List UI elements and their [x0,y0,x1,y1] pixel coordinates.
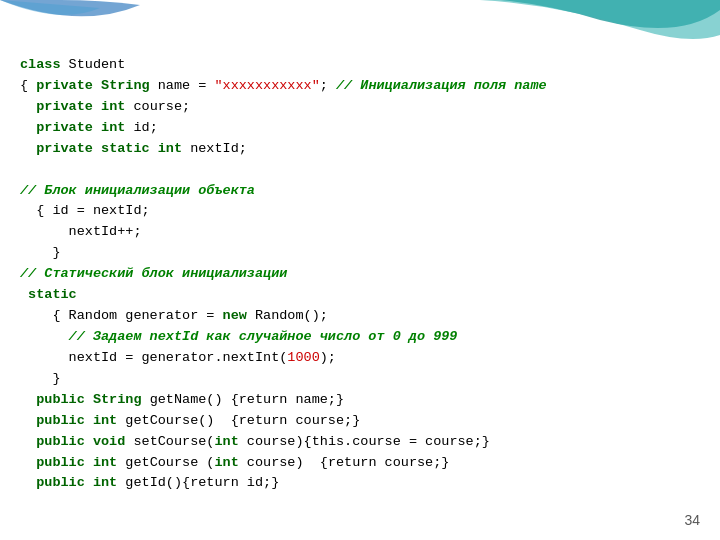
code-line-16: } [20,369,700,390]
code-line-5: private static int nextId; [20,139,700,160]
code-line-19: public void setCourse(int course){this.c… [20,432,700,453]
page-number: 34 [684,512,700,528]
slide: class Student { private String name = "x… [0,0,720,540]
code-line-14: // Задаем nextId как случайное число от … [20,327,700,348]
code-line-4: private int id; [20,118,700,139]
code-line-3: private int course; [20,97,700,118]
code-line-1: class Student [20,55,700,76]
code-line-13: { Random generator = new Random(); [20,306,700,327]
code-line-7: // Блок инициализации объекта [20,181,700,202]
code-area: class Student { private String name = "x… [20,55,700,500]
code-line-15: nextId = generator.nextInt(1000); [20,348,700,369]
code-line-17: public String getName() {return name;} [20,390,700,411]
code-line-9: nextId++; [20,222,700,243]
code-line-8: { id = nextId; [20,201,700,222]
code-line-10: } [20,243,700,264]
code-line-18: public int getCourse() {return course;} [20,411,700,432]
code-line-20: public int getCourse (int course) {retur… [20,453,700,474]
code-line-6 [20,160,700,181]
top-decoration [0,0,720,60]
code-line-11: // Статический блок инициализации [20,264,700,285]
code-line-2: { private String name = "xxxxxxxxxxx"; /… [20,76,700,97]
code-line-12: static [20,285,700,306]
code-line-21: public int getId(){return id;} [20,473,700,494]
